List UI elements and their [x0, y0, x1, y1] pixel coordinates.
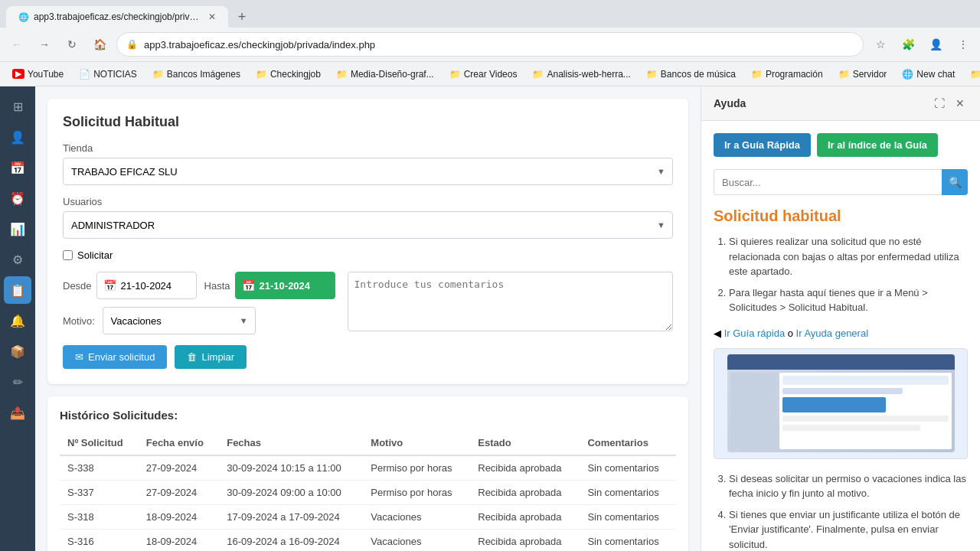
guide-item-3: Si deseas solicitar un permiso o vacacio… — [729, 471, 968, 501]
guide-image-bar — [727, 354, 955, 370]
submit-button[interactable]: ✉ Enviar solicitud — [63, 345, 167, 369]
motivo-label: Motivo: — [63, 315, 95, 327]
hasta-input-wrapper[interactable]: 📅 — [235, 272, 335, 299]
bookmark-media[interactable]: 📁 Media-Diseño-graf... — [330, 66, 440, 83]
tienda-select-wrapper: TRABAJO EFICAZ SLU ▼ — [63, 158, 673, 185]
tienda-select[interactable]: TRABAJO EFICAZ SLU — [63, 158, 673, 185]
usuarios-select-wrapper: ADMINISTRADOR ▼ — [63, 211, 673, 239]
right-panel-actions: ⛶ ✕ — [931, 96, 968, 111]
dates-comments-row: Desde 📅 Hasta 📅 — [63, 272, 673, 334]
bookmark-servidor[interactable]: 📁 Servidor — [832, 66, 893, 83]
calendar-icon-2: 📅 — [242, 279, 255, 292]
close-help-button[interactable]: ✕ — [952, 96, 968, 111]
bookmark-programacion[interactable]: 📁 Programación — [745, 66, 829, 83]
usuarios-label: Usuarios — [63, 196, 673, 207]
sidebar-item-settings[interactable]: ⚙ — [4, 246, 31, 273]
bookmark-wordpress[interactable]: 📁 Wordpress — [964, 66, 980, 83]
sidebar-item-edit[interactable]: ✏ — [4, 368, 31, 396]
sidebar-item-user[interactable]: 👤 — [4, 123, 31, 151]
bookmark-bancos-imagenes[interactable]: 📁 Bancos Imágenes — [146, 66, 247, 83]
solicitar-checkbox[interactable] — [63, 250, 73, 260]
guide-screenshot — [714, 348, 968, 459]
profile-button[interactable]: 👤 — [925, 34, 946, 55]
desde-input-wrapper[interactable]: 📅 — [96, 272, 197, 299]
sidebar-item-checklist[interactable]: 📋 — [4, 276, 31, 304]
folder-icon: 📁 — [751, 69, 763, 80]
solicitar-row: Solicitar — [63, 249, 673, 261]
guide-image-main — [779, 373, 952, 450]
desde-input[interactable] — [121, 280, 190, 292]
right-panel-header: Ayuda ⛶ ✕ — [701, 86, 980, 121]
motivo-select-wrapper: Vacaciones Permiso por horas Asuntos pro… — [103, 307, 256, 334]
globe-icon: 🌐 — [902, 69, 913, 80]
usuarios-select[interactable]: ADMINISTRADOR — [63, 211, 673, 239]
motivo-select[interactable]: Vacaciones Permiso por horas Asuntos pro… — [103, 307, 256, 334]
col-fecha-envio: Fecha envío — [139, 431, 219, 455]
bookmark-noticias[interactable]: 📄 NOTICIAS — [73, 66, 143, 83]
sidebar-item-packages[interactable]: 📦 — [4, 337, 31, 365]
guide-links: ◀ Ir Guía rápida o Ir Ayuda general — [714, 328, 968, 339]
bookmark-youtube[interactable]: ▶ YouTube — [6, 66, 70, 83]
sidebar-item-chart[interactable]: 📊 — [4, 215, 31, 243]
col-fechas: Fechas — [219, 431, 363, 455]
guide-image-inner — [727, 354, 955, 453]
bookmark-button[interactable]: ☆ — [870, 34, 891, 55]
sidebar: ⊞ 👤 📅 ⏰ 📊 ⚙ 📋 🔔 📦 ✏ 📤 — [0, 86, 35, 551]
hasta-input[interactable] — [260, 280, 328, 292]
guide-search-button[interactable]: 🔍 — [942, 169, 968, 195]
folder-icon: 📁 — [256, 69, 267, 80]
comments-textarea[interactable] — [348, 272, 673, 331]
motivo-group: Motivo: Vacaciones Permiso por horas Asu… — [63, 307, 335, 334]
expand-button[interactable]: ⛶ — [931, 96, 948, 111]
guide-item-1: Si quieres realizar una solicitud que no… — [729, 234, 968, 279]
date-row: Desde 📅 Hasta 📅 — [63, 272, 335, 299]
table-row: S-33727-09-202430-09-2024 09:00 a 10:00P… — [60, 481, 676, 505]
active-tab[interactable]: 🌐 app3.trabajoeficaz.es/checkingjob/priv… — [6, 6, 228, 28]
app-layout: ⊞ 👤 📅 ⏰ 📊 ⚙ 📋 🔔 📦 ✏ 📤 Solicitud Habitual… — [0, 86, 980, 551]
right-panel: Ayuda ⛶ ✕ Ir a Guía Rápida Ir al índice … — [701, 86, 980, 551]
folder-icon: 📄 — [79, 69, 90, 80]
guide-buttons: Ir a Guía Rápida Ir al índice de la Guía — [714, 133, 968, 157]
calendar-icon: 📅 — [103, 279, 116, 292]
address-bar[interactable]: 🔒 app3.trabajoeficaz.es/checkingjob/priv… — [116, 32, 864, 57]
tienda-group: Tienda TRABAJO EFICAZ SLU ▼ — [63, 142, 673, 185]
table-header-row: Nº Solicitud Fecha envío Fechas Motivo E… — [60, 431, 676, 455]
refresh-button[interactable]: ↻ — [61, 34, 83, 55]
bookmark-checkingjob[interactable]: 📁 Checkingjob — [250, 66, 327, 83]
sidebar-item-notifications[interactable]: 🔔 — [4, 307, 31, 334]
bookmark-analisis[interactable]: 📁 Analisis-web-herra... — [526, 66, 636, 83]
back-button[interactable]: ← — [6, 34, 28, 55]
table-row: S-31818-09-202417-09-2024 a 17-09-2024Va… — [60, 505, 676, 530]
ayuda-general-link[interactable]: Ir Ayuda general — [796, 328, 868, 339]
bookmark-new-chat[interactable]: 🌐 New chat — [896, 66, 961, 83]
menu-button[interactable]: ⋮ — [952, 34, 974, 55]
sidebar-item-dashboard[interactable]: ⊞ — [4, 93, 31, 120]
table-row: S-31618-09-202416-09-2024 a 16-09-2024Va… — [60, 530, 676, 552]
sidebar-item-clock[interactable]: ⏰ — [4, 184, 31, 212]
usuarios-group: Usuarios ADMINISTRADOR ▼ — [63, 196, 673, 239]
home-button[interactable]: 🏠 — [89, 34, 110, 55]
guide-section-title: Solicitud habitual — [714, 207, 968, 225]
clear-button[interactable]: 🗑 Limpiar — [175, 345, 247, 369]
youtube-icon: ▶ — [12, 69, 24, 79]
guia-rapida-link[interactable]: Ir Guía rápida — [724, 328, 786, 339]
forward-button[interactable]: → — [34, 34, 55, 55]
desde-label: Desde — [63, 280, 92, 292]
guide-search-input[interactable] — [714, 169, 942, 195]
table-row: S-33827-09-202430-09-2024 10:15 a 11:00P… — [60, 455, 676, 481]
browser-toolbar: ← → ↻ 🏠 🔒 app3.trabajoeficaz.es/checking… — [0, 28, 980, 61]
sidebar-item-send[interactable]: 📤 — [4, 399, 31, 426]
guia-rapida-button[interactable]: Ir a Guía Rápida — [714, 133, 811, 157]
form-title: Solicitud Habitual — [63, 114, 673, 130]
form-card: Solicitud Habitual Tienda TRABAJO EFICAZ… — [47, 99, 688, 384]
clean-icon: 🗑 — [187, 351, 197, 363]
sidebar-item-calendar[interactable]: 📅 — [4, 154, 31, 181]
col-comentarios: Comentarios — [580, 431, 676, 455]
bookmark-videos[interactable]: 📁 Crear Videos — [443, 66, 524, 83]
bookmark-musica[interactable]: 📁 Bancos de música — [640, 66, 742, 83]
indice-guia-button[interactable]: Ir al índice de la Guía — [817, 133, 938, 157]
new-tab-button[interactable]: + — [231, 6, 253, 28]
guide-list-2: Si deseas solicitar un permiso o vacacio… — [714, 471, 968, 552]
bookmarks-bar: ▶ YouTube 📄 NOTICIAS 📁 Bancos Imágenes 📁… — [0, 61, 980, 86]
extensions-button[interactable]: 🧩 — [897, 34, 919, 55]
